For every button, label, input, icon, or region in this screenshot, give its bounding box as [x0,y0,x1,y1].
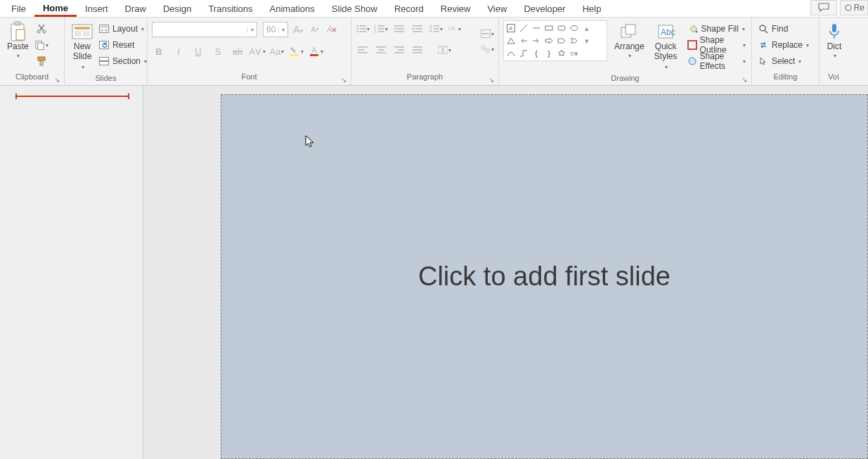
cut-button[interactable] [34,22,48,36]
shadow-button[interactable]: S [211,44,225,58]
line-icon [531,22,542,34]
font-color-button[interactable]: A▾ [309,44,323,58]
group-font-title: Font [241,72,257,81]
dialog-launcher-icon[interactable]: ↘ [53,76,61,84]
quick-styles-button[interactable]: Abc Quick Styles ▾ [652,20,680,74]
tab-transitions[interactable]: Transitions [200,1,261,17]
more-shapes-icon[interactable]: ≡▾ [569,48,580,59]
tab-view[interactable]: View [479,1,515,17]
dictate-button[interactable]: Dict ▾ [824,20,845,63]
dialog-launcher-icon[interactable]: ↘ [487,76,495,84]
dialog-launcher-icon[interactable]: ↘ [339,76,348,84]
select-label: Select [772,56,795,66]
reset-button[interactable]: Reset [97,38,148,52]
outline-icon [687,39,697,51]
increase-indent-button[interactable] [410,22,425,36]
decrease-font-button[interactable]: A▾ [308,22,322,37]
tab-review[interactable]: Review [432,1,479,17]
tab-record[interactable]: Record [386,1,432,17]
svg-rect-73 [626,25,635,34]
select-button[interactable]: Select ▾ [756,54,810,68]
dialog-launcher-icon[interactable]: ↘ [740,76,749,84]
find-button[interactable]: Find [756,22,810,36]
svg-point-4 [37,30,40,33]
change-case-button[interactable]: Aa▾ [270,44,284,58]
text-direction-button[interactable]: ↕A▾ [447,22,461,36]
bold-button[interactable]: B [152,44,166,58]
italic-button[interactable]: I [171,44,186,58]
replace-button[interactable]: Replace ▾ [756,38,810,52]
tab-design[interactable]: Design [155,1,200,17]
decrease-indent-button[interactable] [392,22,406,36]
new-slide-button[interactable]: New Slide ▾ [69,20,96,74]
chevron-down-icon[interactable]: ▾ [247,27,257,33]
svg-rect-38 [397,28,404,30]
align-left-button[interactable] [356,43,370,57]
shape-fill-button[interactable]: Shape Fill▾ [686,22,747,36]
char-spacing-button[interactable]: AV▾ [250,44,264,58]
align-text-button[interactable]: ▾ [480,27,494,41]
align-center-button[interactable] [374,43,388,57]
slide-thumbnail-panel[interactable] [0,86,143,459]
copy-button[interactable]: ▾ [34,38,48,52]
shape-outline-button[interactable]: Shape Outline▾ [686,38,747,52]
line-spacing-button[interactable]: ▾ [429,22,443,36]
spin-down-icon[interactable]: ▾ [581,35,592,46]
layout-button[interactable]: Layout▾ [97,22,148,36]
numbering-button[interactable]: 123▾ [374,22,388,36]
record-button[interactable]: Re [840,0,868,15]
group-slides: New Slide ▾ Layout▾ Reset Section▾ Slide… [65,18,148,85]
highlight-button[interactable]: ▾ [290,44,304,58]
svg-rect-40 [413,25,422,27]
svg-rect-42 [413,31,422,32]
paste-button[interactable]: Paste ▾ [4,20,32,63]
svg-rect-69 [545,26,552,30]
spin-up-icon[interactable]: ▴ [581,22,592,34]
bullets-button[interactable]: ▾ [356,22,370,36]
insertion-caret [15,96,129,97]
increase-font-button[interactable]: A▴ [291,22,305,37]
svg-rect-55 [394,52,404,53]
shape-effects-label: Shape Effects [700,51,739,71]
svg-line-67 [520,25,527,32]
align-right-button[interactable] [392,43,406,57]
shape-effects-button[interactable]: Shape Effects▾ [686,54,747,68]
tab-home[interactable]: Home [34,0,77,17]
slide-canvas-area: Click to add first slide [143,86,868,459]
chevron-down-icon: ▾ [628,51,631,61]
chevron-down-icon: ▾ [280,49,284,55]
line-icon [518,22,529,34]
add-first-slide-placeholder[interactable]: Click to add first slide [221,94,868,459]
tab-file[interactable]: File [3,1,34,17]
strike-button[interactable]: ab [231,44,245,58]
font-size-combo[interactable]: 60 ▾ [263,22,288,37]
tab-developer[interactable]: Developer [515,1,574,17]
tab-animations[interactable]: Animations [261,1,323,17]
font-name-combo[interactable]: ▾ [152,22,257,37]
arrange-button[interactable]: Arrange ▾ [611,20,647,63]
group-editing: Find Replace ▾ Select ▾ Editing [752,18,820,85]
tab-insert[interactable]: Insert [77,1,117,17]
clear-formatting-button[interactable]: A [325,22,339,37]
svg-rect-39 [394,31,404,32]
quick-styles-label-1: Quick [655,41,677,51]
chevron-down-icon[interactable]: ▾ [278,27,287,33]
replace-label: Replace [772,40,803,50]
chevron-down-icon: ▾ [439,26,443,32]
chevron-down-icon: ▾ [458,26,461,32]
tab-slide-show[interactable]: Slide Show [323,1,386,17]
underline-button[interactable]: U [191,44,205,58]
comments-button[interactable] [810,0,837,15]
align-justify-button[interactable] [410,43,425,57]
smartart-button[interactable]: ▾ [480,42,494,56]
arrange-label: Arrange [614,41,644,51]
group-font: ▾ 60 ▾ A▴ A▾ A B I U S [148,18,351,85]
shapes-gallery[interactable]: A ▴ ▾ { } ≡▾ [503,20,607,61]
tab-help[interactable]: Help [574,1,610,17]
section-label: Section [112,56,141,66]
columns-button[interactable]: ▾ [437,43,451,57]
section-button[interactable]: Section▾ [97,54,148,68]
pentagon-icon [556,35,567,46]
format-painter-button[interactable] [34,54,48,68]
tab-draw[interactable]: Draw [117,1,155,17]
